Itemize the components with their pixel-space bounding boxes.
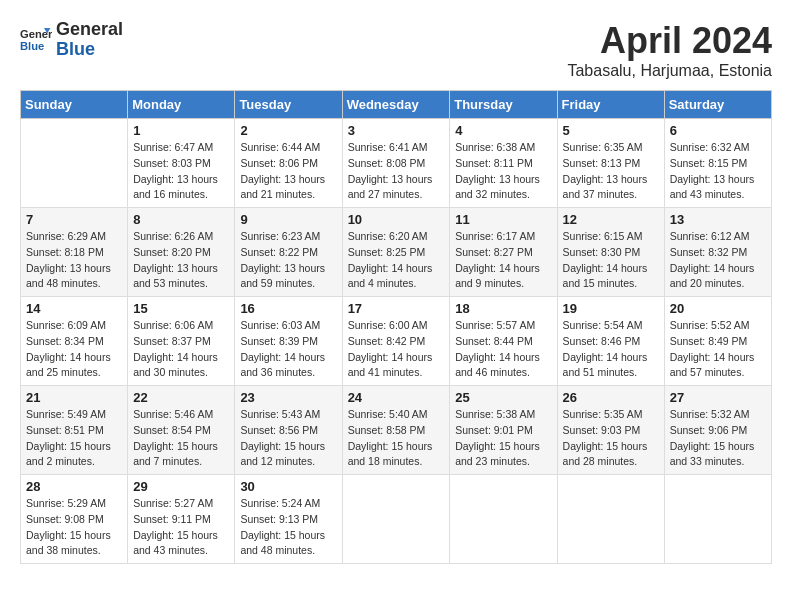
day-number: 19 [563,301,659,316]
day-cell: 26Sunrise: 5:35 AM Sunset: 9:03 PM Dayli… [557,386,664,475]
day-info: Sunrise: 6:12 AM Sunset: 8:32 PM Dayligh… [670,229,766,292]
day-info: Sunrise: 6:17 AM Sunset: 8:27 PM Dayligh… [455,229,551,292]
day-number: 13 [670,212,766,227]
day-cell: 6Sunrise: 6:32 AM Sunset: 8:15 PM Daylig… [664,119,771,208]
day-cell: 11Sunrise: 6:17 AM Sunset: 8:27 PM Dayli… [450,208,557,297]
day-info: Sunrise: 5:29 AM Sunset: 9:08 PM Dayligh… [26,496,122,559]
day-cell: 22Sunrise: 5:46 AM Sunset: 8:54 PM Dayli… [128,386,235,475]
location-title: Tabasalu, Harjumaa, Estonia [567,62,772,80]
weekday-header-row: SundayMondayTuesdayWednesdayThursdayFrid… [21,91,772,119]
day-cell: 1Sunrise: 6:47 AM Sunset: 8:03 PM Daylig… [128,119,235,208]
day-info: Sunrise: 6:03 AM Sunset: 8:39 PM Dayligh… [240,318,336,381]
day-number: 23 [240,390,336,405]
day-number: 8 [133,212,229,227]
day-cell: 24Sunrise: 5:40 AM Sunset: 8:58 PM Dayli… [342,386,450,475]
day-cell: 28Sunrise: 5:29 AM Sunset: 9:08 PM Dayli… [21,475,128,564]
weekday-thursday: Thursday [450,91,557,119]
week-row-0: 1Sunrise: 6:47 AM Sunset: 8:03 PM Daylig… [21,119,772,208]
day-cell [342,475,450,564]
day-number: 28 [26,479,122,494]
day-info: Sunrise: 6:26 AM Sunset: 8:20 PM Dayligh… [133,229,229,292]
logo: General Blue General Blue [20,20,123,60]
day-number: 12 [563,212,659,227]
day-number: 20 [670,301,766,316]
day-number: 2 [240,123,336,138]
weekday-wednesday: Wednesday [342,91,450,119]
day-cell: 19Sunrise: 5:54 AM Sunset: 8:46 PM Dayli… [557,297,664,386]
day-cell: 10Sunrise: 6:20 AM Sunset: 8:25 PM Dayli… [342,208,450,297]
day-number: 29 [133,479,229,494]
weekday-sunday: Sunday [21,91,128,119]
day-cell: 16Sunrise: 6:03 AM Sunset: 8:39 PM Dayli… [235,297,342,386]
day-cell: 5Sunrise: 6:35 AM Sunset: 8:13 PM Daylig… [557,119,664,208]
day-number: 9 [240,212,336,227]
week-row-3: 21Sunrise: 5:49 AM Sunset: 8:51 PM Dayli… [21,386,772,475]
day-info: Sunrise: 6:15 AM Sunset: 8:30 PM Dayligh… [563,229,659,292]
day-number: 3 [348,123,445,138]
day-number: 18 [455,301,551,316]
logo-icon: General Blue [20,24,52,56]
weekday-saturday: Saturday [664,91,771,119]
header: General Blue General Blue April 2024 Tab… [20,20,772,80]
day-number: 24 [348,390,445,405]
day-info: Sunrise: 5:49 AM Sunset: 8:51 PM Dayligh… [26,407,122,470]
day-number: 5 [563,123,659,138]
day-cell [450,475,557,564]
day-info: Sunrise: 6:00 AM Sunset: 8:42 PM Dayligh… [348,318,445,381]
day-info: Sunrise: 5:35 AM Sunset: 9:03 PM Dayligh… [563,407,659,470]
day-number: 21 [26,390,122,405]
day-number: 30 [240,479,336,494]
day-cell [21,119,128,208]
logo-line2: Blue [56,40,123,60]
day-number: 7 [26,212,122,227]
title-area: April 2024 Tabasalu, Harjumaa, Estonia [567,20,772,80]
day-info: Sunrise: 6:41 AM Sunset: 8:08 PM Dayligh… [348,140,445,203]
day-number: 17 [348,301,445,316]
day-cell: 2Sunrise: 6:44 AM Sunset: 8:06 PM Daylig… [235,119,342,208]
day-cell: 12Sunrise: 6:15 AM Sunset: 8:30 PM Dayli… [557,208,664,297]
day-info: Sunrise: 6:35 AM Sunset: 8:13 PM Dayligh… [563,140,659,203]
day-cell: 21Sunrise: 5:49 AM Sunset: 8:51 PM Dayli… [21,386,128,475]
day-number: 22 [133,390,229,405]
day-info: Sunrise: 5:46 AM Sunset: 8:54 PM Dayligh… [133,407,229,470]
weekday-tuesday: Tuesday [235,91,342,119]
day-cell: 20Sunrise: 5:52 AM Sunset: 8:49 PM Dayli… [664,297,771,386]
day-cell: 8Sunrise: 6:26 AM Sunset: 8:20 PM Daylig… [128,208,235,297]
day-info: Sunrise: 5:57 AM Sunset: 8:44 PM Dayligh… [455,318,551,381]
day-number: 4 [455,123,551,138]
day-cell: 25Sunrise: 5:38 AM Sunset: 9:01 PM Dayli… [450,386,557,475]
day-cell: 27Sunrise: 5:32 AM Sunset: 9:06 PM Dayli… [664,386,771,475]
day-cell: 14Sunrise: 6:09 AM Sunset: 8:34 PM Dayli… [21,297,128,386]
day-info: Sunrise: 6:29 AM Sunset: 8:18 PM Dayligh… [26,229,122,292]
day-info: Sunrise: 5:43 AM Sunset: 8:56 PM Dayligh… [240,407,336,470]
day-cell: 15Sunrise: 6:06 AM Sunset: 8:37 PM Dayli… [128,297,235,386]
day-info: Sunrise: 6:32 AM Sunset: 8:15 PM Dayligh… [670,140,766,203]
week-row-2: 14Sunrise: 6:09 AM Sunset: 8:34 PM Dayli… [21,297,772,386]
day-info: Sunrise: 6:09 AM Sunset: 8:34 PM Dayligh… [26,318,122,381]
day-cell: 17Sunrise: 6:00 AM Sunset: 8:42 PM Dayli… [342,297,450,386]
day-number: 10 [348,212,445,227]
day-number: 6 [670,123,766,138]
day-info: Sunrise: 5:54 AM Sunset: 8:46 PM Dayligh… [563,318,659,381]
day-number: 27 [670,390,766,405]
day-number: 16 [240,301,336,316]
day-info: Sunrise: 5:32 AM Sunset: 9:06 PM Dayligh… [670,407,766,470]
weekday-friday: Friday [557,91,664,119]
logo-line1: General [56,20,123,40]
day-cell: 23Sunrise: 5:43 AM Sunset: 8:56 PM Dayli… [235,386,342,475]
day-info: Sunrise: 6:44 AM Sunset: 8:06 PM Dayligh… [240,140,336,203]
day-info: Sunrise: 6:23 AM Sunset: 8:22 PM Dayligh… [240,229,336,292]
weekday-monday: Monday [128,91,235,119]
day-cell: 7Sunrise: 6:29 AM Sunset: 8:18 PM Daylig… [21,208,128,297]
day-number: 15 [133,301,229,316]
calendar: SundayMondayTuesdayWednesdayThursdayFrid… [20,90,772,564]
day-cell: 29Sunrise: 5:27 AM Sunset: 9:11 PM Dayli… [128,475,235,564]
day-info: Sunrise: 5:24 AM Sunset: 9:13 PM Dayligh… [240,496,336,559]
day-number: 26 [563,390,659,405]
month-title: April 2024 [567,20,772,62]
svg-text:Blue: Blue [20,39,44,51]
week-row-1: 7Sunrise: 6:29 AM Sunset: 8:18 PM Daylig… [21,208,772,297]
day-info: Sunrise: 6:06 AM Sunset: 8:37 PM Dayligh… [133,318,229,381]
day-cell: 18Sunrise: 5:57 AM Sunset: 8:44 PM Dayli… [450,297,557,386]
day-cell: 3Sunrise: 6:41 AM Sunset: 8:08 PM Daylig… [342,119,450,208]
